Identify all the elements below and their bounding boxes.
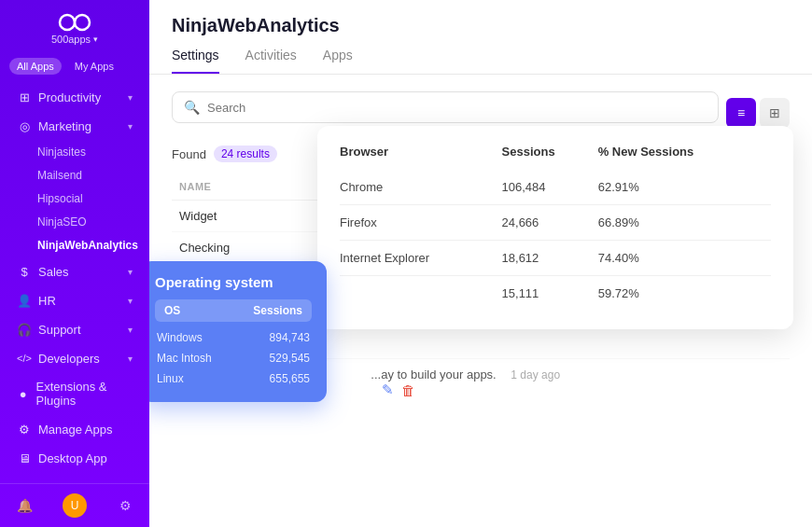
tab-my-apps[interactable]: My Apps <box>67 58 121 75</box>
delete-icon[interactable]: 🗑 <box>401 382 415 398</box>
nav-item-support-left: 🎧 Support <box>17 322 81 337</box>
os-card-title: Operating system <box>155 274 312 290</box>
os-col-os: OS <box>164 304 180 317</box>
os-row: Linux 655,655 <box>155 368 312 389</box>
settings-icon[interactable]: ⚙ <box>116 496 134 515</box>
nav-item-sales-left: $ Sales <box>17 264 69 279</box>
sidebar-nav: ⊞ Productivity ▾ ◎ Marketing ▾ Ninjasite… <box>0 82 149 483</box>
os-card-header: OS Sessions <box>155 299 312 322</box>
os-name: Mac Intosh <box>157 352 212 365</box>
hr-icon: 👤 <box>17 293 32 308</box>
browser-col-new-sessions: % New Sessions <box>598 145 771 170</box>
tab-activities[interactable]: Activities <box>245 48 297 74</box>
nav-item-desktop-app-left: 🖥 Desktop App <box>17 451 107 465</box>
browser-new-sessions: 62.91% <box>598 170 771 205</box>
browser-stats-card: Browser Sessions % New Sessions Chrome 1… <box>317 126 793 329</box>
avatar[interactable]: U <box>63 493 87 518</box>
nav-item-developers-left: </> Developers <box>17 351 100 366</box>
browser-sessions: 18,612 <box>502 241 598 276</box>
nav-item-extensions-left: ● Extensions & Plugins <box>17 380 133 408</box>
browser-col-sessions: Sessions <box>502 145 598 170</box>
sidebar-logo: 500apps ▾ <box>0 0 149 52</box>
browser-row: Firefox 24,666 66.89% <box>340 205 771 241</box>
browser-sessions: 24,666 <box>502 205 598 241</box>
row-desc <box>363 327 790 359</box>
svg-point-1 <box>75 15 90 30</box>
nav-item-productivity[interactable]: ⊞ Productivity ▾ <box>6 83 144 111</box>
os-sessions: 655,655 <box>270 372 310 385</box>
grid-view-button[interactable]: ⊞ <box>760 98 790 128</box>
os-row: Windows 894,743 <box>155 327 312 348</box>
tab-apps[interactable]: Apps <box>323 48 353 74</box>
support-label: Support <box>38 323 81 337</box>
list-view-button[interactable]: ≡ <box>726 98 756 128</box>
developers-label: Developers <box>38 352 100 366</box>
notifications-icon[interactable]: 🔔 <box>15 496 34 515</box>
edit-icon[interactable]: ✎ <box>382 381 394 398</box>
nav-item-desktop-app[interactable]: 🖥 Desktop App <box>6 444 144 472</box>
sub-item-mailsend[interactable]: Mailsend <box>6 164 144 187</box>
search-input[interactable] <box>207 101 707 115</box>
sidebar-footer: 🔔 U ⚙ <box>0 483 149 527</box>
browser-sessions: 15,111 <box>502 276 598 312</box>
nav-item-manage-apps[interactable]: ⚙ Manage Apps <box>6 415 144 443</box>
logo-icon <box>58 13 91 32</box>
manage-apps-label: Manage Apps <box>38 423 113 437</box>
svg-point-0 <box>60 15 75 30</box>
os-row: Mac Intosh 529,545 <box>155 348 312 368</box>
browser-sessions: 106,484 <box>502 170 598 205</box>
sub-item-ninjasites[interactable]: Ninjasites <box>6 141 144 163</box>
nav-item-hr[interactable]: 👤 HR ▾ <box>6 286 144 314</box>
logo-text[interactable]: 500apps ▾ <box>51 34 98 45</box>
nav-item-support[interactable]: 🎧 Support ▾ <box>6 315 144 343</box>
browser-row: Chrome 106,484 62.91% <box>340 170 771 205</box>
hr-chevron-icon: ▾ <box>128 296 133 306</box>
nav-item-extensions[interactable]: ● Extensions & Plugins <box>6 373 144 414</box>
view-controls: ≡ ⊞ <box>726 98 790 128</box>
productivity-label: Productivity <box>38 90 101 104</box>
support-chevron-icon: ▾ <box>128 325 133 335</box>
browser-new-sessions: 74.40% <box>598 241 771 276</box>
sub-item-hipsocial[interactable]: Hipsocial <box>6 187 144 210</box>
browser-col-browser: Browser <box>340 145 502 170</box>
browser-name: Chrome <box>340 170 502 205</box>
sub-item-ninjaseo[interactable]: NinjaSEO <box>6 211 144 233</box>
main-content: NinjaWebAnalytics Settings Activities Ap… <box>149 0 812 527</box>
developers-icon: </> <box>17 351 32 366</box>
os-sessions: 894,743 <box>270 331 310 344</box>
nav-item-marketing[interactable]: ◎ Marketing ▾ <box>6 112 144 140</box>
productivity-chevron-icon: ▾ <box>128 92 133 103</box>
nav-item-manage-apps-left: ⚙ Manage Apps <box>17 422 113 437</box>
nav-item-sales[interactable]: $ Sales ▾ <box>6 257 144 285</box>
search-bar: 🔍 <box>172 91 719 123</box>
logo-chevron-icon: ▾ <box>93 35 98 44</box>
os-sessions: 529,545 <box>270 352 310 365</box>
marketing-chevron-icon: ▾ <box>128 121 133 132</box>
browser-new-sessions: 66.89% <box>598 205 771 241</box>
os-name: Linux <box>157 372 184 385</box>
sales-label: Sales <box>38 265 69 279</box>
os-card: Operating system OS Sessions Windows 894… <box>149 261 327 402</box>
page-title: NinjaWebAnalytics <box>172 15 790 36</box>
manage-apps-icon: ⚙ <box>17 422 32 437</box>
tab-settings[interactable]: Settings <box>172 48 219 74</box>
developers-chevron-icon: ▾ <box>128 354 133 364</box>
results-badge: 24 results <box>214 146 277 162</box>
nav-item-productivity-left: ⊞ Productivity <box>17 90 101 104</box>
os-name: Windows <box>157 331 203 344</box>
sub-item-ninjawebanalytics[interactable]: NinjaWebAnalytics <box>6 234 144 257</box>
desktop-app-icon: 🖥 <box>17 451 32 465</box>
browser-table: Browser Sessions % New Sessions Chrome 1… <box>340 145 771 311</box>
browser-new-sessions: 59.72% <box>598 276 771 312</box>
browser-name: Firefox <box>340 205 502 241</box>
sidebar: 500apps ▾ All Apps My Apps ⊞ Productivit… <box>0 0 149 527</box>
main-body: 🔍 ≡ ⊞ Found 24 results NAME DESCRIPTION <box>149 75 812 527</box>
hr-label: HR <box>38 294 56 308</box>
sidebar-tabs: All Apps My Apps <box>0 52 149 82</box>
sales-icon: $ <box>17 264 32 279</box>
desktop-app-label: Desktop App <box>38 451 107 465</box>
nav-item-developers[interactable]: </> Developers ▾ <box>6 344 144 372</box>
tab-all-apps[interactable]: All Apps <box>9 58 62 75</box>
found-label: Found <box>172 147 206 161</box>
browser-row: Internet Explorer 18,612 74.40% <box>340 241 771 276</box>
